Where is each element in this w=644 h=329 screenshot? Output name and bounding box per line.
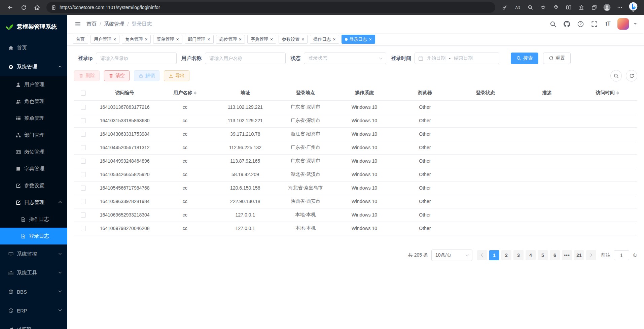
tab-param-settings[interactable]: 参数设置× [279, 35, 308, 44]
sidebar-item-param-settings[interactable]: 参数设置 [0, 177, 67, 194]
sidebar-item-login-log[interactable]: 登录日志 [0, 228, 67, 244]
sidebar-item-dict-management[interactable]: 字典管理 [0, 160, 67, 177]
page-button-3[interactable]: 3 [513, 250, 524, 260]
goto-page-input[interactable] [614, 250, 629, 260]
browser-more-icon[interactable] [614, 2, 626, 13]
close-icon[interactable]: × [239, 37, 242, 42]
page-button-5[interactable]: 5 [538, 250, 548, 260]
row-checkbox[interactable] [81, 132, 86, 137]
column-header-username[interactable]: 用户名称 [157, 86, 213, 100]
bing-sidebar-icon[interactable] [627, 2, 640, 13]
row-checkbox[interactable] [81, 172, 86, 177]
page-button-4[interactable]: 4 [526, 250, 536, 260]
tab-menu-management[interactable]: 菜单管理× [153, 35, 182, 44]
login-ip-input[interactable] [96, 53, 177, 64]
column-header-visit-time[interactable]: 访问时间 [577, 86, 637, 100]
tab-login-log[interactable]: 登录日志× [342, 35, 375, 44]
close-icon[interactable]: × [113, 37, 116, 42]
sidebar-item-user-management[interactable]: 用户管理 [0, 76, 67, 93]
unlock-button[interactable]: 解锁 [134, 70, 159, 81]
split-screen-icon[interactable] [563, 2, 575, 13]
page-button-6[interactable]: 6 [550, 250, 560, 260]
tab-user-management[interactable]: 用户管理× [91, 35, 119, 44]
page-button-1[interactable]: 1 [489, 250, 499, 260]
sidebar-item-yi-framework[interactable]: Yi框架 [0, 320, 67, 329]
prev-page-button[interactable] [477, 250, 487, 260]
home-icon[interactable] [31, 2, 43, 13]
sort-carets-icon[interactable] [616, 90, 619, 96]
help-icon[interactable]: ? [576, 20, 585, 28]
next-page-button[interactable] [586, 250, 596, 260]
export-button[interactable]: 导出 [164, 70, 189, 81]
username-input[interactable] [205, 53, 286, 64]
close-icon[interactable]: × [176, 37, 179, 42]
refresh-icon[interactable] [17, 2, 30, 13]
row-checkbox[interactable] [81, 105, 86, 110]
tab-role-management[interactable]: 角色管理× [122, 35, 151, 44]
tab-home[interactable]: 首页 [73, 35, 88, 44]
close-icon[interactable]: × [301, 37, 304, 42]
delete-button[interactable]: 删除 [74, 70, 100, 81]
row-checkbox[interactable] [81, 226, 86, 231]
login-time-range-picker[interactable]: 开始日期 - 结束日期 [415, 53, 499, 64]
row-checkbox[interactable] [81, 145, 86, 150]
sidebar-item-bbs[interactable]: BBS [0, 282, 67, 301]
sidebar-item-operation-log[interactable]: 操作日志 [0, 211, 67, 228]
collapse-menu-icon[interactable] [75, 21, 81, 27]
chevron-down-icon[interactable] [634, 23, 637, 26]
page-button-21[interactable]: 21 [574, 250, 584, 260]
search-icon[interactable] [548, 20, 557, 28]
tab-dict-management[interactable]: 字典管理× [247, 35, 276, 44]
clear-button[interactable]: 清空 [104, 70, 130, 81]
fullscreen-icon[interactable] [590, 20, 599, 28]
row-checkbox[interactable] [81, 186, 86, 191]
tab-post-management[interactable]: 岗位管理× [216, 35, 245, 44]
page-size-select[interactable]: 10条/页 [431, 250, 472, 261]
user-avatar[interactable] [617, 18, 629, 30]
add-favorite-icon[interactable] [537, 2, 549, 13]
reset-button[interactable]: 重置 [543, 53, 571, 64]
font-size-icon[interactable]: tT [604, 20, 612, 28]
row-checkbox[interactable] [81, 199, 86, 204]
collections-icon[interactable] [588, 2, 600, 13]
breadcrumb-system[interactable]: 系统管理 [104, 21, 124, 27]
back-icon[interactable] [4, 2, 16, 13]
sidebar-item-menu-management[interactable]: 菜单管理 [0, 110, 67, 127]
toggle-search-button[interactable] [610, 70, 622, 81]
sidebar-item-role-management[interactable]: 角色管理 [0, 93, 67, 110]
sidebar-item-system-management[interactable]: 系统管理 [0, 57, 67, 76]
github-icon[interactable] [562, 20, 571, 28]
sidebar-item-log-management[interactable]: 日志管理 [0, 194, 67, 211]
address-bar[interactable]: https://ccnetcore.com:1101/system/log/lo… [46, 2, 495, 13]
row-checkbox[interactable] [81, 118, 86, 123]
sidebar-item-erp[interactable]: ERP [0, 301, 67, 320]
sidebar-item-system-monitor[interactable]: 系统监控 [0, 244, 67, 263]
password-key-icon[interactable] [499, 2, 511, 13]
browser-profile-avatar[interactable] [601, 2, 613, 13]
page-button-2[interactable]: 2 [501, 250, 511, 260]
url-text[interactable]: https://ccnetcore.com:1101/system/log/lo… [60, 5, 160, 10]
favorites-bar-icon[interactable] [575, 2, 587, 13]
status-select[interactable]: 登录状态 [304, 53, 386, 64]
close-icon[interactable]: × [270, 37, 273, 42]
close-icon[interactable]: × [333, 37, 335, 42]
zoom-out-icon[interactable] [524, 2, 536, 13]
sidebar-item-post-management[interactable]: 岗位管理 [0, 143, 67, 160]
tab-dept-management[interactable]: 部门管理× [185, 35, 214, 44]
sidebar-item-home[interactable]: 首页 [0, 38, 67, 57]
sidebar-item-system-tools[interactable]: 系统工具 [0, 263, 67, 282]
sort-carets-icon[interactable] [194, 90, 196, 96]
search-button[interactable]: 搜索 [511, 53, 538, 64]
page-icon[interactable] [51, 5, 56, 10]
close-icon[interactable]: × [145, 37, 147, 42]
app-logo[interactable]: 意框架管理系统 [0, 15, 67, 38]
pager-more-button[interactable]: ••• [562, 250, 572, 260]
read-aloud-icon[interactable]: A [511, 2, 524, 13]
close-icon[interactable]: × [208, 37, 210, 42]
select-all-checkbox[interactable] [81, 91, 86, 96]
extensions-icon[interactable] [550, 2, 562, 13]
close-icon[interactable]: × [369, 37, 372, 42]
refresh-table-button[interactable] [626, 70, 637, 81]
row-checkbox[interactable] [81, 159, 86, 164]
row-checkbox[interactable] [81, 212, 86, 218]
